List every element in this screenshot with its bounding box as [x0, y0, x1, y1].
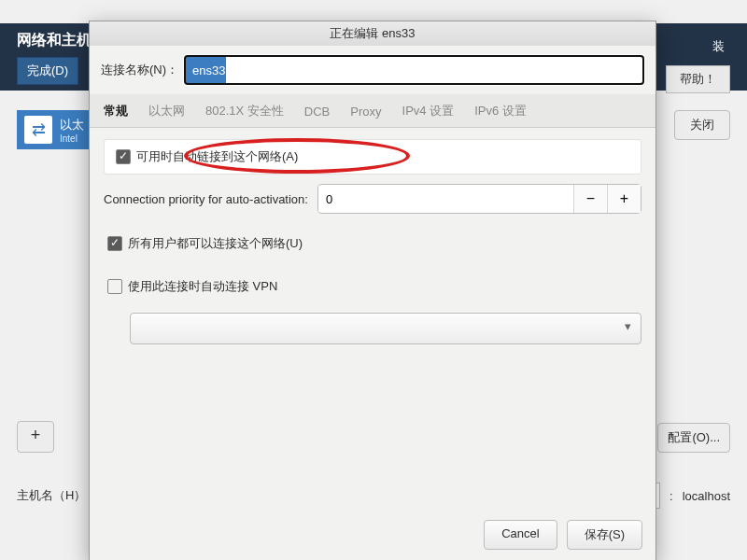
device-vendor: Intel [60, 133, 84, 144]
page-title: 网络和主机 [17, 31, 92, 50]
auto-connect-checkbox[interactable] [116, 149, 131, 164]
tab-dcb[interactable]: DCB [304, 105, 330, 119]
tabs: 常规 以太网 802.1X 安全性 DCB Proxy IPv4 设置 IPv6… [90, 94, 655, 128]
dialog-title: 正在编辑 ens33 [90, 21, 655, 46]
current-hostname: localhost [683, 489, 730, 503]
tab-ethernet[interactable]: 以太网 [148, 103, 185, 119]
all-users-checkbox[interactable] [107, 236, 122, 251]
priority-label: Connection priority for auto-activation: [104, 192, 308, 206]
install-indicator: 装 [707, 33, 730, 61]
auto-connect-label: 可用时自动链接到这个网络(A) [136, 148, 298, 165]
ethernet-icon: ⇄ [24, 116, 52, 144]
tab-proxy[interactable]: Proxy [350, 105, 381, 119]
tab-ipv4[interactable]: IPv4 设置 [402, 103, 455, 119]
close-button[interactable]: 关闭 [674, 110, 730, 140]
connection-name-label: 连接名称(N)： [101, 62, 178, 78]
vpn-dropdown[interactable] [130, 313, 641, 344]
add-device-button[interactable]: + [17, 421, 54, 453]
priority-input[interactable] [318, 186, 573, 212]
hostname-label: 主机名（H） [17, 487, 86, 504]
tab-8021x[interactable]: 802.1X 安全性 [205, 103, 284, 119]
priority-spinner[interactable]: − + [317, 184, 641, 214]
cancel-button[interactable]: Cancel [484, 520, 557, 550]
done-button[interactable]: 完成(D) [17, 57, 78, 85]
help-button[interactable]: 帮助！ [666, 65, 730, 93]
tab-body-general: 可用时自动链接到这个网络(A) Connection priority for … [90, 128, 655, 356]
save-button[interactable]: 保存(S) [567, 520, 642, 550]
auto-vpn-label: 使用此连接时自动连接 VPN [128, 278, 277, 295]
auto-connect-row[interactable]: 可用时自动链接到这个网络(A) [104, 139, 641, 175]
auto-vpn-row[interactable]: 使用此连接时自动连接 VPN [104, 270, 641, 303]
tab-general[interactable]: 常规 [104, 103, 128, 119]
connection-name-input[interactable] [184, 55, 644, 85]
all-users-label: 所有用户都可以连接这个网络(U) [128, 235, 303, 252]
tab-ipv6[interactable]: IPv6 设置 [474, 103, 527, 119]
device-name: 以太 [60, 117, 84, 133]
configure-button[interactable]: 配置(O)... [657, 423, 730, 453]
priority-decrement[interactable]: − [573, 185, 607, 213]
priority-increment[interactable]: + [607, 185, 641, 213]
auto-vpn-checkbox[interactable] [107, 279, 122, 294]
edit-connection-dialog: 正在编辑 ens33 连接名称(N)： 常规 以太网 802.1X 安全性 DC… [89, 21, 656, 560]
all-users-row[interactable]: 所有用户都可以连接这个网络(U) [104, 227, 641, 260]
